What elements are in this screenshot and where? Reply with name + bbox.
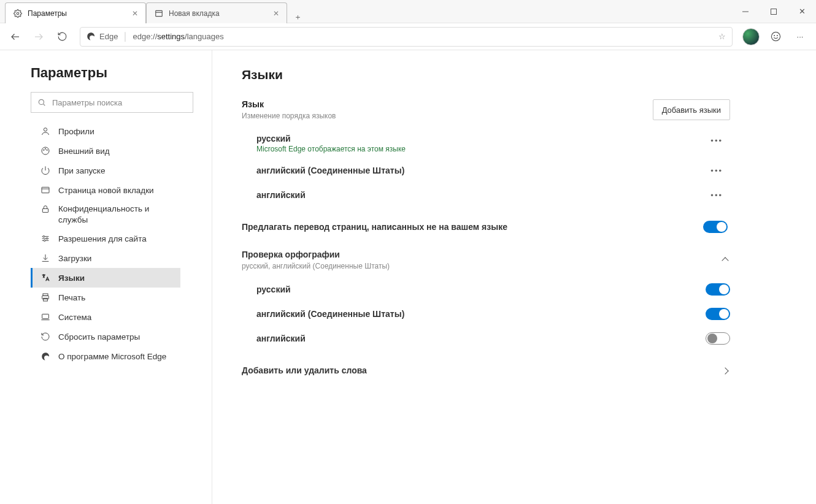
sidebar-item-label: Сбросить параметры [58,332,140,342]
more-options-button[interactable]: ••• [706,188,728,202]
sidebar-item-label: Система [58,313,91,322]
spellcheck-header-row[interactable]: Проверка орфографии русский, английский … [242,248,730,272]
language-section-subtitle: Изменение порядка языков [242,112,336,120]
more-options-button[interactable]: ••• [706,134,728,148]
language-name: английский (Соединенные Штаты) [256,166,404,175]
svg-point-24 [43,235,45,237]
divider: │ [123,32,128,41]
tabs-area: Параметры ✕ Новая вкладка ✕ ＋ [0,0,731,23]
newtab-page-icon [154,9,164,18]
sidebar-item-appearance[interactable]: Внешний вид [31,141,180,161]
settings-search[interactable]: Параметры поиска [31,92,193,113]
page-heading: Языки [242,67,730,82]
spellcheck-item-en-us: английский (Соединенные Штаты) [242,302,730,326]
sidebar-item-label: Разрешения для сайта [58,234,147,243]
svg-point-12 [44,128,47,131]
content-area: Параметры Параметры поиска Профили Внешн… [0,50,816,504]
more-options-button[interactable]: ••• [706,164,728,178]
site-identity: Edge [87,32,118,41]
spellcheck-toggle-english[interactable] [706,332,730,345]
svg-point-0 [17,12,19,15]
spellcheck-lang-name: русский [256,284,291,294]
language-item-en-us: английский (Соединенные Штаты) ••• [242,158,730,183]
sidebar-item-newtab[interactable]: Страница новой вкладки [31,180,180,200]
edge-logo-icon [40,351,51,362]
laptop-icon [40,311,51,323]
sidebar-item-languages[interactable]: Языки [31,268,180,288]
tab-newtab[interactable]: Новая вкладка ✕ [146,2,287,23]
spellcheck-subtitle: русский, английский (Соединенные Штаты) [242,262,390,270]
translate-toggle[interactable] [703,221,728,233]
search-icon [37,98,46,107]
language-note: Microsoft Edge отображается на этом язык… [256,145,406,153]
sidebar-item-downloads[interactable]: Загрузки [31,248,180,268]
svg-line-11 [44,104,45,106]
svg-point-14 [44,150,44,150]
svg-rect-4 [771,9,777,14]
site-identity-label: Edge [99,32,118,41]
refresh-button[interactable] [52,26,72,47]
sidebar-item-print[interactable]: Печать [31,288,180,307]
translate-option-label: Предлагать перевод страниц, написанных н… [242,222,507,232]
spellcheck-lang-name: английский [256,334,306,343]
new-tab-button[interactable]: ＋ [287,12,308,23]
sidebar-item-label: Загрузки [58,254,91,263]
close-icon[interactable]: ✕ [132,9,138,18]
spellcheck-toggle-en-us[interactable] [706,308,730,320]
power-icon [40,165,51,176]
add-languages-button[interactable]: Добавить языки [653,99,730,120]
svg-point-10 [39,99,44,104]
spellcheck-lang-name: английский (Соединенные Штаты) [256,309,404,319]
chevron-up-icon [723,256,728,265]
minimize-button[interactable] [731,0,760,23]
sidebar-item-system[interactable]: Система [31,307,180,327]
person-icon [40,126,51,137]
close-window-button[interactable]: ✕ [788,0,816,23]
favorite-icon[interactable]: ☆ [718,32,726,41]
spellcheck-item-russian: русский [242,277,730,302]
palette-icon [40,145,51,156]
translate-option-row: Предлагать перевод страниц, написанных н… [242,215,730,239]
svg-point-26 [44,240,45,242]
tab-settings[interactable]: Параметры ✕ [5,2,146,23]
sidebar-item-label: Печать [58,293,85,302]
language-name: английский [256,190,306,200]
reset-icon [40,331,51,342]
language-section-title: Язык [242,99,336,109]
tab-title: Новая вкладка [169,9,220,18]
sidebar-item-label: При запуске [58,166,105,175]
svg-rect-18 [42,187,49,193]
spellcheck-toggle-russian[interactable] [706,283,730,296]
add-remove-words-row[interactable]: Добавить или удалить слова [242,358,730,383]
profile-avatar[interactable] [740,26,762,48]
svg-rect-1 [156,10,163,16]
sidebar-item-about[interactable]: О программе Microsoft Edge [31,346,180,366]
forward-button[interactable] [28,26,49,47]
chevron-right-icon [723,366,728,375]
lock-icon [40,204,51,215]
sidebar-item-privacy[interactable]: Конфиденциальность и службы [31,200,180,229]
sidebar-item-onstartup[interactable]: При запуске [31,161,180,180]
translate-icon [40,272,51,283]
language-item-russian: русский Microsoft Edge отображается на э… [242,129,730,158]
window-icon [40,185,51,196]
add-remove-words-label: Добавить или удалить слова [242,365,367,375]
svg-point-16 [47,150,47,150]
back-button[interactable] [5,26,26,47]
sidebar-item-permissions[interactable]: Разрешения для сайта [31,229,180,248]
close-icon[interactable]: ✕ [273,9,279,18]
download-icon [40,253,51,264]
maximize-button[interactable] [760,0,788,23]
printer-icon [40,292,51,303]
menu-button[interactable]: ··· [789,26,811,48]
spellcheck-title: Проверка орфографии [242,250,390,259]
sidebar-item-label: Внешний вид [58,147,110,156]
sidebar-item-profiles[interactable]: Профили [31,121,180,141]
gear-icon [13,9,23,18]
svg-point-9 [777,36,777,36]
address-bar[interactable]: Edge │ edge://settings/languages ☆ [80,27,733,47]
sidebar-item-label: Страница новой вкладки [58,186,154,195]
feedback-icon[interactable] [764,26,787,48]
sidebar-item-reset[interactable]: Сбросить параметры [31,327,180,346]
toolbar: Edge │ edge://settings/languages ☆ ··· [0,23,816,50]
